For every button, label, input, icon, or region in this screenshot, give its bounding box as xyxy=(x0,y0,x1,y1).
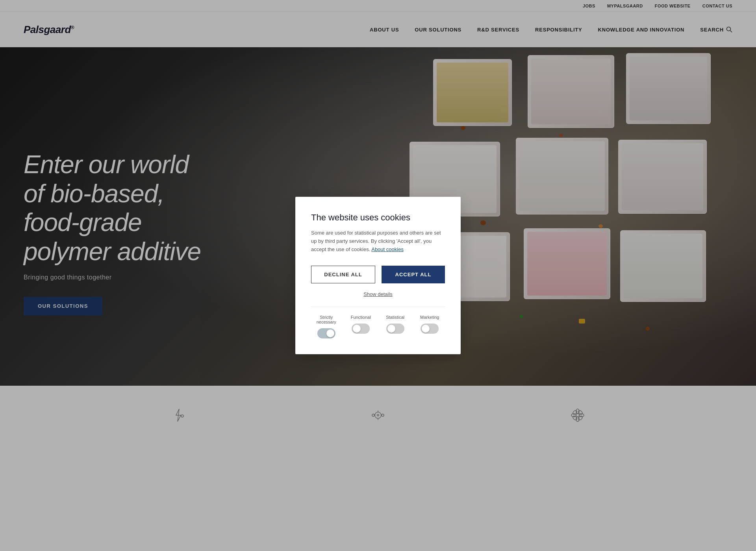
decline-all-button[interactable]: DECLINE ALL xyxy=(311,266,375,283)
toggle-statistical-label: Statistical xyxy=(386,315,404,320)
cookie-buttons: DECLINE ALL ACCEPT ALL xyxy=(311,266,445,283)
toggle-marketing-label: Marketing xyxy=(420,315,439,320)
toggle-statistical-switch[interactable] xyxy=(386,324,404,334)
toggle-functional-switch[interactable] xyxy=(352,324,370,334)
toggle-marketing-switch[interactable] xyxy=(421,324,439,334)
about-cookies-link[interactable]: About cookies xyxy=(371,246,404,252)
toggle-strictly-necessary: Strictly necessary xyxy=(311,315,342,338)
accept-all-button[interactable]: ACCEPT ALL xyxy=(382,266,445,283)
toggle-functional-label: Functional xyxy=(351,315,371,320)
cookie-modal-overlay: The website uses cookies Some are used f… xyxy=(0,0,756,551)
cookie-title: The website uses cookies xyxy=(311,213,445,223)
toggle-strictly-necessary-label: Strictly necessary xyxy=(311,315,342,324)
toggle-strictly-necessary-switch[interactable] xyxy=(317,328,335,338)
cookie-toggles: Strictly necessary Functional Statistica… xyxy=(311,307,445,338)
cookie-description: Some are used for statistical purposes a… xyxy=(311,229,445,253)
toggle-statistical: Statistical xyxy=(380,315,411,338)
toggle-functional: Functional xyxy=(346,315,376,338)
cookie-modal: The website uses cookies Some are used f… xyxy=(295,197,461,354)
toggle-marketing: Marketing xyxy=(415,315,445,338)
show-details-link[interactable]: Show details xyxy=(311,291,445,297)
